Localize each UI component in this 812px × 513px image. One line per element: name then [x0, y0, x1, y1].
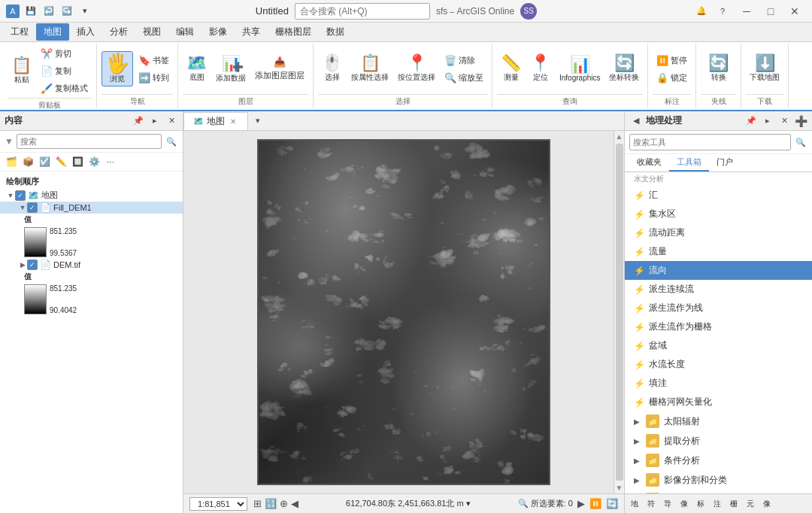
bottom-tab-note[interactable]: 注: [710, 497, 724, 511]
copy-format-btn[interactable]: 🖌️ 复制格式: [37, 80, 92, 96]
map-view[interactable]: ▲ ▼: [183, 131, 624, 493]
map-scrollbar-v[interactable]: ▲ ▼: [614, 131, 624, 493]
geo-add-btn[interactable]: ➕: [794, 114, 807, 128]
download-map-btn[interactable]: ⬇️ 下载地图: [746, 53, 783, 85]
bottom-tab-imagery[interactable]: 像: [760, 497, 774, 511]
copy-btn[interactable]: 📄 复制: [37, 62, 92, 79]
add-layer-btn[interactable]: 📥 添加图层图层: [251, 55, 308, 83]
lock-btn[interactable]: 🔒 锁定: [653, 69, 691, 86]
geo-search-input[interactable]: [629, 134, 791, 150]
play-btn[interactable]: ▶: [577, 498, 585, 509]
ft-icon-4[interactable]: ✏️: [54, 155, 68, 168]
goto-btn[interactable]: ➡️ 转到: [135, 69, 173, 86]
menu-insert[interactable]: 插入: [69, 23, 102, 41]
geo-search-btn[interactable]: 🔍: [794, 135, 807, 149]
bottom-tab-nav[interactable]: 导: [661, 497, 674, 511]
geo-item-2[interactable]: ⚡ 流动距离: [625, 223, 812, 242]
scale-selector[interactable]: 1:81,851: [189, 497, 247, 511]
geo-tab-portal[interactable]: 门户: [709, 154, 741, 172]
convert-btn[interactable]: 🔄 转换: [704, 53, 732, 85]
ft-icon-1[interactable]: 🗂️: [5, 155, 18, 168]
bookmark-btn[interactable]: 🔖 书签: [135, 52, 173, 68]
save-btn[interactable]: 💾: [23, 3, 39, 20]
contents-pin-btn[interactable]: 📌: [132, 114, 145, 128]
group-expand-12[interactable]: ▶: [634, 417, 643, 426]
status-icon-1[interactable]: ⊞: [253, 498, 262, 509]
contents-options-btn[interactable]: ▸: [148, 114, 162, 128]
redo-btn[interactable]: ↪️: [59, 3, 75, 20]
group-expand-14[interactable]: ▶: [634, 457, 643, 465]
pause-map-btn[interactable]: ⏸️: [589, 498, 601, 509]
close-btn[interactable]: ✕: [783, 4, 806, 19]
refresh-btn[interactable]: 🔄: [606, 498, 618, 509]
select-by-attr-btn[interactable]: 📋 按属性选择: [347, 53, 392, 85]
map-tab-close-btn[interactable]: ✕: [228, 116, 238, 126]
map-layer-item[interactable]: ▼ ✓ 🗺️ 地图: [0, 189, 183, 202]
menu-share[interactable]: 共享: [235, 23, 268, 41]
ft-icon-5[interactable]: 🔲: [71, 155, 84, 168]
status-icon-3[interactable]: ⊕: [280, 498, 288, 509]
select-by-loc-btn[interactable]: 📍 按位置选择: [394, 53, 439, 85]
bottom-tab-label[interactable]: 标: [694, 497, 707, 511]
geo-back-btn[interactable]: ◀: [629, 114, 643, 128]
scroll-up-btn[interactable]: ▲: [614, 131, 624, 142]
geo-item-10[interactable]: ⚡ 填洼: [625, 374, 812, 393]
map-tab[interactable]: 🗺️ 地图 ✕: [183, 112, 248, 130]
menu-data[interactable]: 数据: [319, 23, 352, 41]
basemap-btn[interactable]: 🗺️ 底图: [183, 53, 211, 85]
map-scroll-right[interactable]: ▾: [251, 114, 265, 128]
contents-search-input[interactable]: [17, 134, 162, 149]
map-expand-icon[interactable]: ▼: [6, 191, 15, 200]
dem-tif-check[interactable]: ✓: [27, 260, 38, 270]
geo-group-13[interactable]: ▶ 📁 提取分析: [625, 431, 812, 451]
search-btn[interactable]: 🔍: [165, 135, 178, 148]
coord-convert-btn[interactable]: 🔄 坐标转换: [605, 53, 643, 85]
scroll-thumb[interactable]: [616, 144, 623, 481]
geo-item-0[interactable]: ⚡ 汇: [625, 186, 812, 205]
menu-edit[interactable]: 编辑: [168, 23, 201, 41]
geo-options-btn[interactable]: ▸: [761, 114, 774, 128]
menu-imagery[interactable]: 影像: [201, 23, 235, 41]
menu-view[interactable]: 视图: [135, 23, 168, 41]
group-expand-15[interactable]: ▶: [634, 476, 643, 484]
bottom-tab-map[interactable]: 地: [628, 497, 641, 511]
group-expand-13[interactable]: ▶: [634, 437, 643, 445]
geo-group-14[interactable]: ▶ 📁 条件分析: [625, 451, 812, 470]
maximize-btn[interactable]: □: [759, 4, 782, 19]
cut-btn[interactable]: ✂️ 剪切: [37, 45, 92, 62]
geo-close-btn[interactable]: ✕: [777, 114, 791, 128]
fill-expand-icon[interactable]: ▼: [18, 203, 27, 212]
geo-item-3[interactable]: ⚡ 流量: [625, 242, 812, 261]
browse-btn[interactable]: 🖐️ 浏览: [102, 51, 133, 87]
global-search[interactable]: [295, 3, 430, 20]
geo-item-7[interactable]: ⚡ 派生流作为栅格: [625, 317, 812, 336]
menu-raster-layer[interactable]: 栅格图层: [268, 23, 319, 41]
paste-btn[interactable]: 📋 粘贴: [8, 55, 35, 87]
geo-group-12[interactable]: ▶ 📁 太阳辐射: [625, 411, 812, 431]
fill-dem1-check[interactable]: ✓: [27, 202, 38, 213]
more-btn[interactable]: ▾: [77, 3, 93, 20]
pause-btn[interactable]: ⏸️ 暂停: [653, 52, 691, 68]
add-data-btn[interactable]: 📊➕ 添加数据: [212, 52, 250, 86]
map-layer-check[interactable]: ✓: [15, 190, 26, 201]
ft-icon-more[interactable]: ···: [104, 155, 117, 168]
menu-project[interactable]: 工程: [3, 23, 36, 41]
geo-item-11[interactable]: ⚡ 栅格河网矢量化: [625, 393, 812, 411]
locate-btn[interactable]: 📍 定位: [526, 53, 554, 85]
menu-analysis[interactable]: 分析: [102, 23, 135, 41]
contents-close-btn[interactable]: ✕: [165, 114, 178, 128]
menu-map[interactable]: 地图: [36, 23, 69, 41]
clear-btn[interactable]: 🗑️ 清除: [441, 52, 487, 68]
measure-btn[interactable]: 📏 测量: [497, 53, 525, 85]
select-btn[interactable]: 🖱️ 选择: [318, 53, 346, 85]
help-btn[interactable]: ?: [714, 3, 731, 20]
geo-item-8[interactable]: ⚡ 盆域: [625, 336, 812, 355]
infographics-btn[interactable]: 📊 Infographics: [556, 54, 604, 84]
bottom-tab-image[interactable]: 像: [677, 497, 691, 511]
bottom-tab-symbol[interactable]: 符: [644, 497, 658, 511]
minimize-btn[interactable]: ─: [735, 4, 758, 19]
ft-icon-6[interactable]: ⚙️: [87, 155, 101, 168]
geo-item-6[interactable]: ⚡ 派生流作为线: [625, 299, 812, 317]
dem-expand-icon[interactable]: ▶: [18, 260, 27, 269]
geo-item-1[interactable]: ⚡ 集水区: [625, 205, 812, 223]
